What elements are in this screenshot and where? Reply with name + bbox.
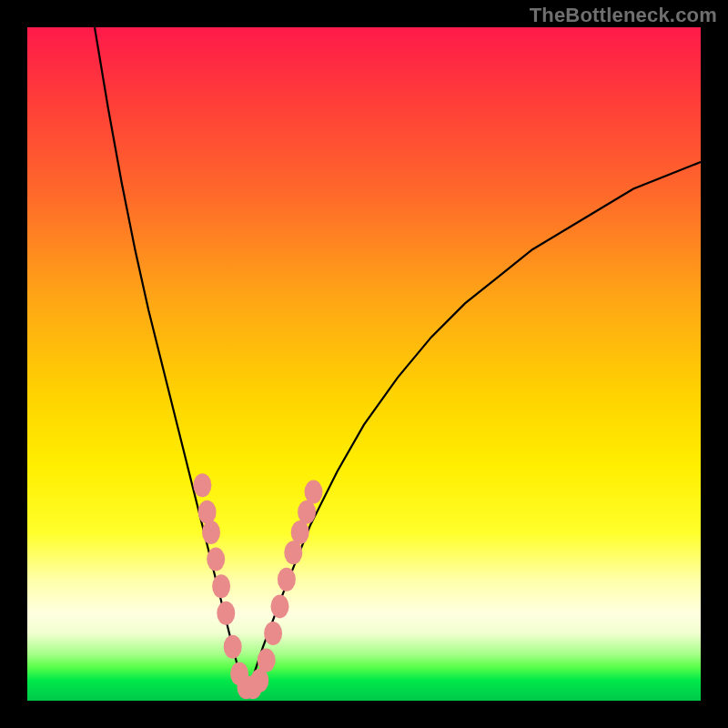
marker-point xyxy=(212,574,230,598)
curve-layer xyxy=(95,27,701,687)
marker-point xyxy=(224,635,242,659)
chart-container: TheBottleneck.com xyxy=(0,0,728,728)
chart-svg xyxy=(27,27,701,701)
curve-right-curve xyxy=(249,162,701,687)
marker-point xyxy=(264,622,282,645)
marker-point xyxy=(271,594,289,618)
marker-point xyxy=(278,568,296,592)
marker-layer xyxy=(193,473,322,699)
marker-point xyxy=(202,521,220,544)
marker-point xyxy=(305,480,323,504)
marker-point xyxy=(258,649,276,672)
marker-point xyxy=(207,548,225,571)
marker-point xyxy=(291,521,309,544)
marker-point xyxy=(250,669,268,693)
marker-point xyxy=(198,500,217,524)
marker-point xyxy=(298,500,316,524)
plot-area xyxy=(27,27,701,701)
marker-point xyxy=(284,541,302,564)
marker-point xyxy=(217,602,235,625)
watermark-text: TheBottleneck.com xyxy=(530,4,717,27)
marker-point xyxy=(193,473,211,497)
